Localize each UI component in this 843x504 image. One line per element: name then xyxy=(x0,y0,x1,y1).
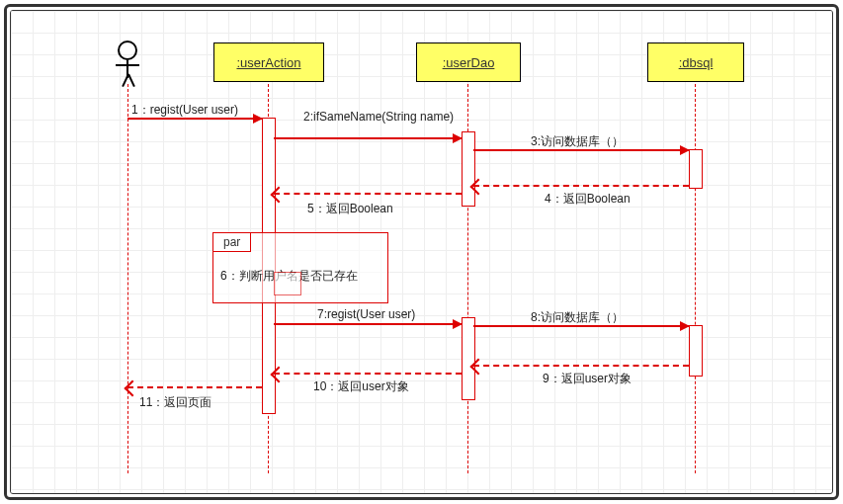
msg-11 xyxy=(127,386,262,388)
msg-7 xyxy=(274,323,462,325)
fragment-par-tag: par xyxy=(213,233,251,252)
diagram-frame-inner: :userAction :userDao :dbsql 1：regist(Use… xyxy=(10,10,833,494)
msg-1-label: 1：regist(User user) xyxy=(131,102,238,119)
participant-dbsql: :dbsql xyxy=(647,42,744,82)
activation-userdao-2 xyxy=(462,317,475,400)
msg-10 xyxy=(274,373,462,375)
participant-userdao: :userDao xyxy=(416,42,521,82)
msg-7-label: 7:regist(User user) xyxy=(317,307,415,321)
msg-2-label: 2:ifSameName(String name) xyxy=(303,110,442,124)
msg-9 xyxy=(473,365,689,367)
activation-dbsql-2 xyxy=(689,325,703,377)
self-call-box xyxy=(274,272,301,295)
activation-dbsql-1 xyxy=(689,149,703,189)
participant-useraction: :userAction xyxy=(213,42,324,82)
msg-5-label: 5：返回Boolean xyxy=(307,201,393,217)
msg-8-label: 8:访问数据库（） xyxy=(531,309,624,326)
msg-4-label: 4：返回Boolean xyxy=(545,191,631,208)
lifeline-dbsql xyxy=(695,84,696,473)
msg-9-label: 9：返回user对象 xyxy=(543,371,632,387)
msg-11-label: 11：返回页面 xyxy=(139,394,211,411)
actor-user xyxy=(110,41,145,78)
diagram-frame-outer: :userAction :userDao :dbsql 1：regist(Use… xyxy=(4,4,839,500)
msg-10-label: 10：返回user对象 xyxy=(313,378,409,395)
lifeline-actor xyxy=(127,84,128,473)
msg-3-label: 3:访问数据库（） xyxy=(531,133,624,150)
msg-2 xyxy=(274,137,462,139)
activation-userdao-1 xyxy=(462,131,475,207)
msg-4 xyxy=(473,185,689,187)
msg-5 xyxy=(274,193,462,195)
